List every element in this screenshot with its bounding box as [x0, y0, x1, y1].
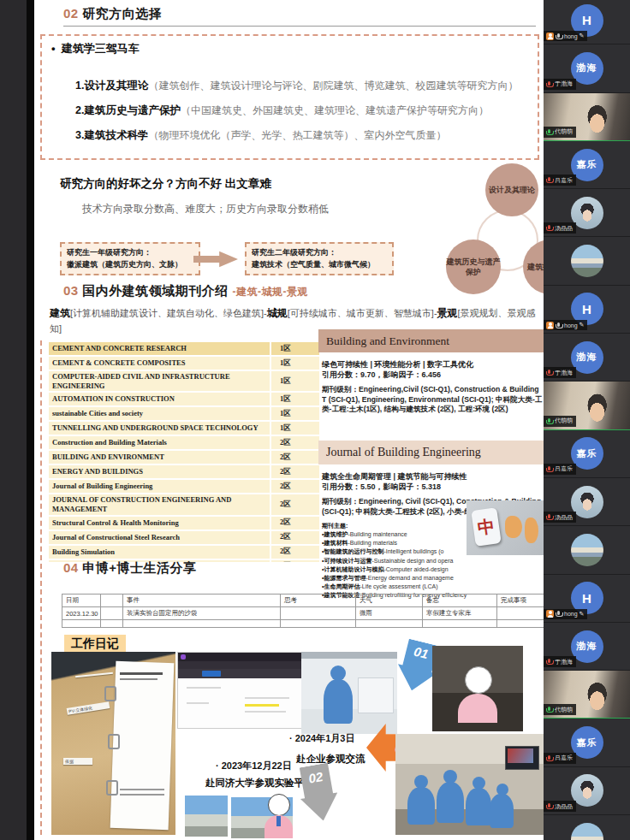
- campus-photo-1: [185, 796, 228, 837]
- mic-icon: [548, 418, 550, 423]
- journal-row: Building Simulation2区: [49, 546, 319, 560]
- section04-number: 04: [63, 560, 79, 575]
- participant-tile[interactable]: 代萌萌: [544, 93, 630, 141]
- journal-name: Building Simulation: [49, 547, 270, 558]
- paper-text-line: [120, 789, 164, 790]
- participant-tile[interactable]: [544, 815, 630, 840]
- participant-tile[interactable]: [544, 526, 630, 574]
- journal-row: ENERGY AND BUILDINGS2区: [49, 465, 319, 480]
- diary-cell: [356, 620, 423, 628]
- flow-box1-line2: 徽派建筑（建筑历史方向、文脉）: [67, 259, 193, 271]
- jbe-panel-title: Journal of Building Engineering: [318, 441, 544, 464]
- mahjong-blob-icon: [505, 516, 522, 538]
- participant-name-label: hong✎: [544, 320, 587, 330]
- diary-cell: [497, 607, 544, 620]
- participant-tile[interactable]: 嘉乐吕嘉乐: [544, 719, 630, 766]
- be-panel-metrics: 引用分数：9.70，影响因子：6.456: [322, 370, 441, 381]
- journal-row: CEMENT AND CONCRETE RESEARCH1区: [49, 342, 319, 357]
- mic-icon: [548, 81, 550, 86]
- visit1-date: · 2023年12月22日: [216, 760, 292, 772]
- diary-col-header: 完成事项: [497, 595, 544, 607]
- onenote-titlebar: [178, 653, 303, 661]
- onenote-toolbar: [178, 669, 303, 678]
- participant-name: 吕嘉乐: [555, 464, 573, 473]
- diary-col-header: 思考: [281, 595, 356, 607]
- participant-tile[interactable]: 汤晶晶: [544, 767, 630, 815]
- jbe-topic: •计算机辅助设计与模拟-Computer aided-design: [322, 565, 493, 574]
- note-text-line: [245, 711, 286, 713]
- diary-cell: 寒假建立专家库: [423, 607, 497, 620]
- mic-icon: [548, 659, 550, 663]
- journal-row: sustainable Cities and society1区: [49, 407, 319, 422]
- diary-col-header: 天气: [356, 595, 423, 607]
- cartoon-figure: [263, 794, 295, 838]
- journal-zone: 1区: [270, 407, 319, 420]
- participant-tile[interactable]: 代萌萌: [544, 382, 630, 429]
- person-silhouette-icon: [490, 794, 514, 828]
- participant-tile[interactable]: 汤晶晶: [544, 189, 630, 237]
- participant-tile[interactable]: [544, 237, 630, 285]
- journal-zone: 2区: [270, 436, 319, 449]
- journal-name: JOURNAL OF CONSTRUCTION ENGINEERING AND …: [49, 494, 270, 514]
- journal-row: CEMENT & CONCRETE COMPOSITES1区: [49, 357, 319, 371]
- journal-name: Journal of Constructional Steel Research: [49, 532, 270, 543]
- circle-history-heritage: 建筑历史与遗产保护: [446, 240, 501, 294]
- participant-tile[interactable]: 渤海于渤海: [544, 623, 630, 671]
- participant-tile[interactable]: 嘉乐吕嘉乐: [544, 141, 630, 189]
- showroom-photo: [301, 652, 397, 734]
- troika-item: 1.设计及其理论（建筑创作、建筑设计理论与评论、剧院建筑、博览建筑、校园建筑等研…: [75, 79, 544, 93]
- diary-cell: [281, 620, 356, 628]
- diary-col-header: 事件: [123, 595, 281, 607]
- participant-name: hong: [564, 611, 578, 617]
- window-edge-black: [27, 0, 34, 840]
- jbe-topic: •能源需求与管理-Energy demand and manageme: [322, 574, 493, 583]
- participant-tile[interactable]: 嘉乐吕嘉乐: [544, 430, 630, 478]
- cartoon-body-icon: [458, 694, 497, 723]
- visit2-date: · 2024年1月3日: [289, 732, 354, 745]
- journal-row: TUNNELLING AND UNDERGROUND SPACE TECHNOL…: [49, 422, 319, 436]
- participant-tile[interactable]: Hhong✎: [544, 0, 630, 44]
- mic-icon: [548, 225, 550, 229]
- participant-name-label: 吕嘉乐: [544, 464, 576, 475]
- quality-note: 技术方向录取分数高、难度大；历史方向录取分数稍低: [82, 202, 329, 216]
- participant-tile[interactable]: 渤海于渤海: [544, 44, 630, 92]
- paper-tag: [75, 672, 113, 678]
- person-silhouette-icon: [466, 788, 491, 825]
- person-silhouette-icon: [437, 782, 464, 823]
- participant-tile[interactable]: Hhong✎: [544, 575, 630, 623]
- participant-tile[interactable]: 汤晶晶: [544, 478, 630, 526]
- paper-tag: 依据: [63, 758, 92, 765]
- mic-icon: [548, 707, 550, 711]
- paper-text-line: [120, 678, 158, 680]
- participant-name-label: 代萌萌: [544, 127, 576, 138]
- mic-icon: [548, 129, 550, 133]
- be-panel-title: Building and Environment: [318, 329, 544, 352]
- flow-box2-line1: 研究生二年级研究方向：: [252, 247, 387, 259]
- journal-name: sustainable Cities and society: [49, 408, 270, 419]
- diary-cell: [101, 620, 123, 628]
- diary-col-header: 备忘: [423, 595, 497, 607]
- paper-text-line: [120, 672, 163, 675]
- journal-name: Construction and Building Materials: [49, 437, 270, 448]
- section02-title: 研究方向选择: [82, 6, 162, 21]
- diary-row: 2023.12.30装满实验台固定用的沙袋微雨寒假建立专家库: [62, 607, 544, 620]
- section02-heading: 02 研究方向选择: [63, 6, 162, 22]
- edit-pencil-icon: ✎: [579, 611, 585, 618]
- diary-table-body: 2023.12.30装满实验台固定用的沙袋微雨寒假建立专家库: [62, 607, 544, 628]
- flow-box2-line2: 建筑技术（空气质量、城市微气候）: [252, 259, 387, 271]
- step-arrow-02: 02: [295, 762, 342, 825]
- participant-name-label: 吕嘉乐: [544, 753, 576, 764]
- participant-tile[interactable]: 代萌萌: [544, 671, 630, 719]
- participant-tile[interactable]: Hhong✎: [544, 286, 630, 334]
- flow-box1-line1: 研究生一年级研究方向：: [67, 247, 193, 259]
- participant-tile[interactable]: 渤海于渤海: [544, 334, 630, 382]
- jbe-topic: •可持续设计与运营-Sustainable design and opera: [322, 557, 493, 565]
- mahjong-tile: 中: [471, 507, 502, 547]
- participant-name: 汤晶晶: [555, 513, 573, 522]
- mic-icon: [548, 514, 550, 518]
- mahjong-photo: 中: [467, 500, 544, 555]
- visit2-caption: 赴企业参观交流: [296, 753, 366, 766]
- journal-zone: 2区: [270, 465, 319, 478]
- fields-segment: 城规: [267, 307, 288, 319]
- cartoon-figure-tie-icon: [276, 816, 281, 826]
